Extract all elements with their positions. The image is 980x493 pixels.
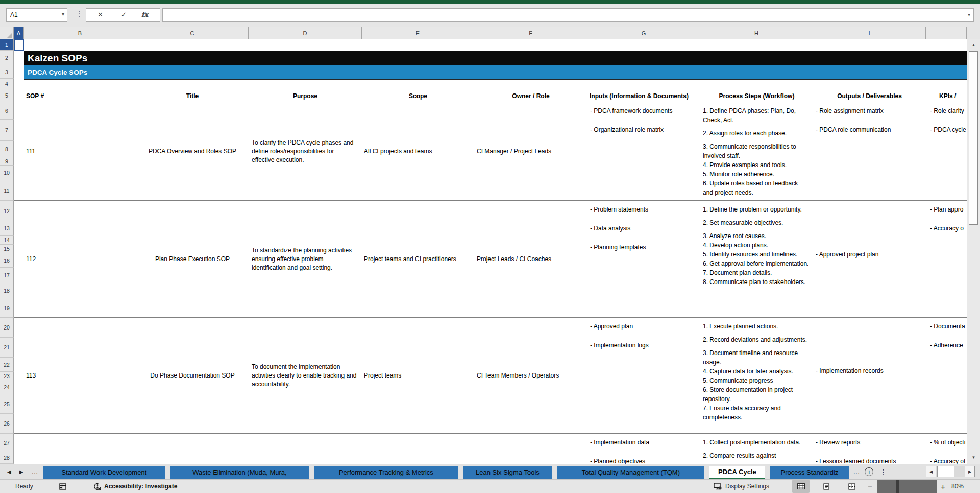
cancel-button[interactable]: ✕	[97, 11, 103, 18]
table-header-outputs[interactable]: Outputs / Deliverables	[813, 89, 926, 102]
column-header-e[interactable]: E	[362, 27, 474, 39]
zoom-level-label[interactable]: 80%	[951, 480, 964, 493]
horizontal-scrollbar[interactable]: ◀ ▶	[926, 466, 975, 477]
table-header-owner[interactable]: Owner / Role	[474, 89, 587, 102]
steps-cell[interactable]: 1. Collect post-implementation data.2. C…	[700, 434, 813, 464]
scroll-down-button[interactable]: ▼	[967, 452, 980, 463]
steps-cell[interactable]: 1. Define the problem or opportunity.2. …	[700, 201, 813, 317]
inputs-cell[interactable]: - Implementation data- Planned objective…	[587, 434, 700, 464]
kpis-cell[interactable]: - Documenta- Adherence	[926, 318, 967, 433]
vertical-scrollbar-thumb[interactable]	[969, 51, 978, 225]
sheet-tab-total-quality-management-tqm[interactable]: Total Quality Management (TQM)	[557, 466, 704, 479]
owner-cell[interactable]: Project Leads / CI Coaches	[474, 201, 587, 317]
purpose-cell[interactable]: To document the implementation activitie…	[249, 318, 362, 433]
outputs-cell[interactable]: - Implementation records	[813, 318, 926, 433]
scroll-right-button[interactable]: ▶	[965, 466, 975, 477]
inputs-cell[interactable]: - PDCA framework documents- Organization…	[587, 102, 700, 200]
macro-record-button[interactable]	[59, 480, 66, 493]
row-header-10[interactable]: 10	[0, 166, 14, 180]
column-header-g[interactable]: G	[587, 27, 700, 39]
row-header-28[interactable]: 28	[0, 452, 14, 464]
column-header-f[interactable]: F	[474, 27, 587, 39]
table-header-purpose[interactable]: Purpose	[249, 89, 362, 102]
row-header-4[interactable]: 4	[0, 79, 14, 89]
active-cell-a1[interactable]	[14, 39, 24, 51]
horizontal-scrollbar-track[interactable]	[936, 466, 965, 477]
sheet-nav-left-icon[interactable]: ◀	[7, 469, 11, 475]
column-header-d[interactable]: D	[249, 27, 362, 39]
formula-bar-input[interactable]: ▾	[162, 8, 974, 22]
scope-cell[interactable]: Project teams and CI practitioners	[362, 201, 474, 317]
purpose-cell[interactable]: To standardize the planning activities e…	[249, 201, 362, 317]
sop-cell[interactable]: 113	[24, 318, 136, 433]
sheet-tab-waste-elimination-muda-mura[interactable]: Waste Elimination (Muda, Mura,	[170, 466, 309, 479]
row-header-13[interactable]: 13	[0, 221, 14, 236]
table-header-title[interactable]: Title	[136, 89, 249, 102]
outputs-cell[interactable]: - Review reports- Lessons learned docume…	[813, 434, 926, 464]
view-page-layout-button[interactable]	[818, 480, 835, 493]
zoom-slider-track[interactable]	[877, 480, 937, 493]
column-header-h[interactable]: H	[700, 27, 813, 39]
sheet-tab-process-standardiz[interactable]: Process Standardiz	[770, 466, 849, 479]
row-header-8[interactable]: 8	[0, 141, 14, 157]
row-header-23[interactable]: 23	[0, 372, 14, 380]
owner-cell[interactable]: CI Manager / Project Leads	[474, 102, 587, 200]
accessibility-status[interactable]: Accessibility: Investigate	[93, 480, 177, 493]
table-header-sop[interactable]: SOP #	[24, 89, 136, 102]
outputs-cell[interactable]: - Role assignment matrix- PDCA role comm…	[813, 102, 926, 200]
row-header-14[interactable]: 14	[0, 236, 14, 245]
sop-cell[interactable]: 112	[24, 201, 136, 317]
inputs-cell[interactable]: - Approved plan- Implementation logs	[587, 318, 700, 433]
row-header-22[interactable]: 22	[0, 358, 14, 372]
name-box-dropdown-icon[interactable]: ▾	[62, 11, 64, 17]
table-header-scope[interactable]: Scope	[362, 89, 474, 102]
scroll-left-button[interactable]: ◀	[926, 466, 936, 477]
name-box[interactable]: A1 ▾	[6, 8, 67, 22]
section-title-bar[interactable]: PDCA Cycle SOPs	[24, 65, 967, 80]
row-header-6[interactable]: 6	[0, 102, 14, 120]
row-header-17[interactable]: 17	[0, 268, 14, 283]
tabs-overflow-ellipsis[interactable]: …	[853, 468, 860, 476]
column-header-i[interactable]: I	[813, 27, 926, 39]
scope-cell[interactable]: Project teams	[362, 318, 474, 433]
sheet-nav-ellipsis[interactable]: …	[31, 468, 38, 476]
column-header-a[interactable]: A	[14, 27, 24, 39]
row-header-16[interactable]: 16	[0, 253, 14, 268]
sheet-tab-performance-tracking-metrics[interactable]: Performance Tracking & Metrics	[314, 466, 458, 479]
scroll-up-button[interactable]: ▲	[967, 39, 980, 51]
row-header-1[interactable]: 1	[0, 39, 14, 51]
zoom-in-button[interactable]: +	[941, 480, 945, 493]
row-header-27[interactable]: 27	[0, 434, 14, 452]
enter-button[interactable]: ✓	[121, 11, 127, 18]
kpis-cell[interactable]: - Plan appro- Accuracy o	[926, 201, 967, 317]
row-header-3[interactable]: 3	[0, 65, 14, 79]
table-header-steps[interactable]: Process Steps (Workflow)	[700, 89, 813, 102]
workbook-title-bar[interactable]: Kaizen SOPs	[24, 51, 967, 65]
table-header-inputs[interactable]: Inputs (Information & Documents)	[587, 89, 700, 102]
row-header-2[interactable]: 2	[0, 51, 14, 65]
row-header-20[interactable]: 20	[0, 318, 14, 338]
kpis-cell[interactable]: - Role clarity- PDCA cycle	[926, 102, 967, 200]
kpis-cell[interactable]: - % of objecti- Accuracy of	[926, 434, 967, 464]
table-header-kpis[interactable]: KPIs /	[926, 89, 967, 102]
select-all-corner[interactable]	[0, 27, 14, 39]
insert-function-button[interactable]: fx	[141, 11, 148, 18]
steps-cell[interactable]: 1. Execute planned actions.2. Record dev…	[700, 318, 813, 433]
row-header-11[interactable]: 11	[0, 180, 14, 201]
sheet-tab-pdca-cycle[interactable]: PDCA Cycle	[709, 466, 765, 479]
view-page-break-button[interactable]	[843, 480, 861, 493]
row-header-5[interactable]: 5	[0, 89, 14, 102]
row-header-15[interactable]: 15	[0, 245, 14, 253]
column-header-c[interactable]: C	[136, 27, 249, 39]
row-header-12[interactable]: 12	[0, 201, 14, 221]
vertical-scrollbar[interactable]: ▲ ▼	[967, 39, 980, 464]
sheet-tab-lean-six-sigma-tools[interactable]: Lean Six Sigma Tools	[463, 466, 552, 479]
title-cell[interactable]: PDCA Overview and Roles SOP	[136, 102, 249, 200]
view-normal-button[interactable]	[792, 480, 810, 493]
formula-bar-expand-icon[interactable]: ▾	[968, 12, 970, 17]
column-header-j-partial[interactable]	[926, 27, 967, 39]
row-header-24[interactable]: 24	[0, 380, 14, 394]
scope-cell[interactable]: All CI projects and teams	[362, 102, 474, 200]
title-cell[interactable]: Do Phase Documentation SOP	[136, 318, 249, 433]
display-settings-button[interactable]: Display Settings	[714, 480, 769, 493]
